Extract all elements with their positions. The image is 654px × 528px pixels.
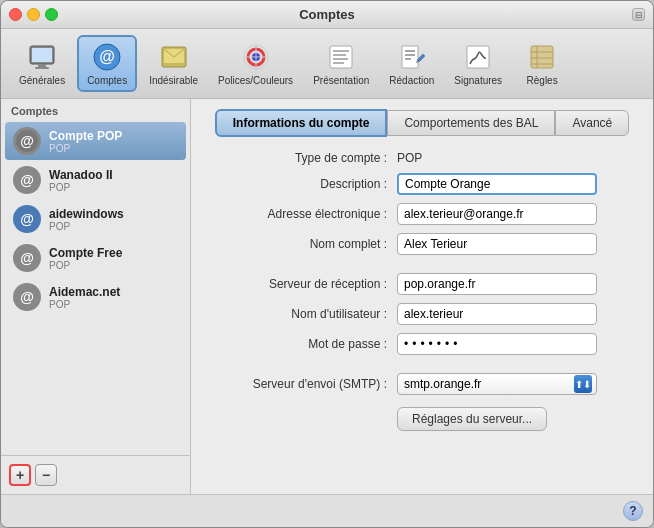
description-input[interactable] — [397, 173, 597, 195]
account-type-compte-pop: POP — [49, 143, 122, 154]
nom-utilisateur-input[interactable] — [397, 303, 597, 325]
sidebar-header: Comptes — [1, 99, 190, 121]
nom-label: Nom complet : — [207, 237, 397, 251]
form-spacer-2 — [207, 363, 637, 373]
toolbar-redaction[interactable]: Rédaction — [381, 37, 442, 90]
svg-text:@: @ — [20, 289, 34, 305]
account-icon-aidewindows: @ — [13, 205, 41, 233]
sidebar: Comptes @ Compte POP POP — [1, 99, 191, 494]
bottom-bar: ? — [1, 494, 653, 527]
account-name-aidemac: Aidemac.net — [49, 285, 120, 299]
type-value: POP — [397, 151, 422, 165]
nom-input[interactable] — [397, 233, 597, 255]
smtp-arrow-icon: ⬆⬇ — [574, 375, 592, 393]
toolbar-signatures-label: Signatures — [454, 75, 502, 86]
toolbar-signatures[interactable]: Signatures — [446, 37, 510, 90]
form-row-type: Type de compte : POP — [207, 151, 637, 165]
remove-account-button[interactable]: − — [35, 464, 57, 486]
account-info-compte-pop: Compte POP POP — [49, 129, 122, 154]
email-label: Adresse électronique : — [207, 207, 397, 221]
svg-text:@: @ — [99, 48, 115, 65]
main-panel: Informations du compte Comportements des… — [191, 99, 653, 494]
comptes-icon: @ — [91, 41, 123, 73]
toolbar-indesirable-label: Indésirable — [149, 75, 198, 86]
nom-utilisateur-label: Nom d'utilisateur : — [207, 307, 397, 321]
form-row-description: Description : — [207, 173, 637, 195]
toolbar-generales-label: Générales — [19, 75, 65, 86]
toolbar-generales[interactable]: Générales — [11, 37, 73, 90]
add-account-button[interactable]: + — [9, 464, 31, 486]
toolbar-redaction-label: Rédaction — [389, 75, 434, 86]
toolbar-polices[interactable]: Polices/Couleurs — [210, 37, 301, 90]
help-button[interactable]: ? — [623, 501, 643, 521]
resize-icon: ⊟ — [632, 8, 645, 21]
smtp-select[interactable]: smtp.orange.fr ⬆⬇ — [397, 373, 597, 395]
account-type-aidemac: POP — [49, 299, 120, 310]
form-area: Type de compte : POP Description : Adres… — [207, 151, 637, 484]
tab-comportements[interactable]: Comportements des BAL — [387, 110, 555, 136]
serveur-reception-input[interactable] — [397, 273, 597, 295]
mot-de-passe-label: Mot de passe : — [207, 337, 397, 351]
toolbar-comptes[interactable]: @ Comptes — [77, 35, 137, 92]
svg-text:@: @ — [20, 133, 34, 149]
form-row-email: Adresse électronique : — [207, 203, 637, 225]
account-info-aidemac: Aidemac.net POP — [49, 285, 120, 310]
type-label: Type de compte : — [207, 151, 397, 165]
account-name-wanadoo: Wanadoo II — [49, 168, 113, 182]
smtp-value: smtp.orange.fr — [404, 377, 481, 391]
svg-rect-1 — [32, 48, 52, 62]
account-type-aidewindows: POP — [49, 221, 124, 232]
toolbar-polices-label: Polices/Couleurs — [218, 75, 293, 86]
signatures-icon — [462, 41, 494, 73]
account-type-compte-free: POP — [49, 260, 122, 271]
account-icon-wanadoo: @ — [13, 166, 41, 194]
svg-text:@: @ — [20, 172, 34, 188]
svg-rect-20 — [402, 46, 418, 68]
svg-text:@: @ — [20, 211, 34, 227]
account-name-aidewindows: aidewindows — [49, 207, 124, 221]
minimize-button[interactable] — [27, 8, 40, 21]
regles-icon — [526, 41, 558, 73]
svg-rect-3 — [35, 67, 49, 69]
email-input[interactable] — [397, 203, 597, 225]
indesirable-icon — [158, 41, 190, 73]
account-icon-compte-pop: @ — [13, 127, 41, 155]
maximize-button[interactable] — [45, 8, 58, 21]
svg-rect-2 — [38, 64, 46, 67]
tab-informations[interactable]: Informations du compte — [215, 109, 388, 137]
presentation-icon — [325, 41, 357, 73]
polices-icon — [240, 41, 272, 73]
serveur-reception-label: Serveur de réception : — [207, 277, 397, 291]
mot-de-passe-input[interactable] — [397, 333, 597, 355]
generales-icon — [26, 41, 58, 73]
toolbar-presentation[interactable]: Présentation — [305, 37, 377, 90]
reglages-serveur-button[interactable]: Réglages du serveur... — [397, 407, 547, 431]
svg-rect-25 — [531, 46, 553, 68]
form-row-nom: Nom complet : — [207, 233, 637, 255]
account-item-aidemac[interactable]: @ Aidemac.net POP — [5, 278, 186, 316]
account-item-compte-pop[interactable]: @ Compte POP POP — [5, 122, 186, 160]
toolbar-regles-label: Règles — [527, 75, 558, 86]
svg-text:@: @ — [20, 250, 34, 266]
toolbar-indesirable[interactable]: Indésirable — [141, 37, 206, 90]
toolbar-presentation-label: Présentation — [313, 75, 369, 86]
account-name-compte-free: Compte Free — [49, 246, 122, 260]
account-item-wanadoo[interactable]: @ Wanadoo II POP — [5, 161, 186, 199]
svg-rect-24 — [467, 46, 489, 68]
account-item-compte-free[interactable]: @ Compte Free POP — [5, 239, 186, 277]
svg-rect-15 — [330, 46, 352, 68]
close-button[interactable] — [9, 8, 22, 21]
account-item-aidewindows[interactable]: @ aidewindows POP — [5, 200, 186, 238]
toolbar: Générales @ Comptes Indésirable — [1, 29, 653, 99]
tab-bar: Informations du compte Comportements des… — [207, 109, 637, 137]
form-row-serveur-reception: Serveur de réception : — [207, 273, 637, 295]
main-window: Comptes ⊟ Générales @ Comptes — [0, 0, 654, 528]
sidebar-footer: + − — [1, 455, 190, 494]
window-title: Comptes — [299, 7, 355, 22]
form-row-smtp: Serveur d'envoi (SMTP) : smtp.orange.fr … — [207, 373, 637, 395]
content-area: Comptes @ Compte POP POP — [1, 99, 653, 494]
smtp-label: Serveur d'envoi (SMTP) : — [207, 377, 397, 391]
form-row-mot-de-passe: Mot de passe : — [207, 333, 637, 355]
tab-avance[interactable]: Avancé — [555, 110, 629, 136]
toolbar-regles[interactable]: Règles — [514, 37, 570, 90]
